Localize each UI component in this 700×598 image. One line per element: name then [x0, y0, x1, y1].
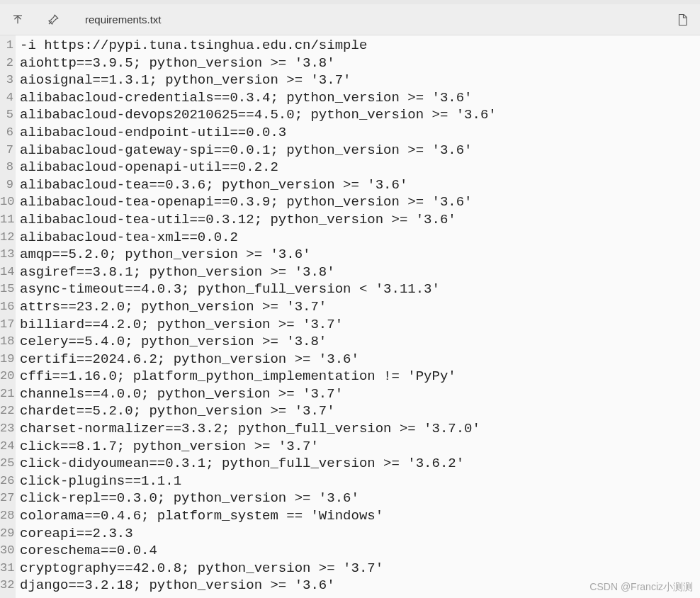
- line-number-gutter: 1234567891011121314151617181920212223242…: [0, 35, 16, 598]
- line-number: 10: [0, 193, 16, 211]
- line-number: 29: [0, 525, 16, 543]
- code-line: channels==4.0.0; python_version >= '3.7': [20, 385, 700, 403]
- line-number: 24: [0, 438, 16, 456]
- code-line: click==8.1.7; python_version >= '3.7': [20, 438, 700, 456]
- line-number: 31: [0, 560, 16, 577]
- line-number: 15: [0, 281, 16, 298]
- code-line: alibabacloud-endpoint-util==0.0.3: [20, 124, 700, 142]
- line-number: 12: [0, 229, 16, 247]
- code-line: click-repl==0.3.0; python_version >= '3.…: [20, 490, 700, 507]
- line-number: 11: [0, 211, 16, 229]
- code-line: alibabacloud-credentials==0.3.4; python_…: [20, 89, 700, 107]
- line-number: 23: [0, 420, 16, 438]
- editor: 1234567891011121314151617181920212223242…: [0, 35, 700, 598]
- code-line: coreapi==2.3.3: [20, 525, 700, 543]
- code-line: colorama==0.4.6; platform_system == 'Win…: [20, 507, 700, 525]
- code-line: click-plugins==1.1.1: [20, 473, 700, 490]
- line-number: 27: [0, 490, 16, 507]
- code-line: certifi==2024.6.2; python_version >= '3.…: [20, 351, 700, 368]
- code-line: celery==5.4.0; python_version >= '3.8': [20, 333, 700, 351]
- code-line: alibabacloud-devops20210625==4.5.0; pyth…: [20, 106, 700, 124]
- code-line: billiard==4.2.0; python_version >= '3.7': [20, 316, 700, 334]
- line-number: 28: [0, 507, 16, 525]
- line-number: 32: [0, 577, 16, 594]
- line-number: 16: [0, 298, 16, 316]
- code-line: alibabacloud-tea==0.3.6; python_version …: [20, 176, 700, 194]
- line-number: 17: [0, 316, 16, 334]
- document-icon[interactable]: [672, 9, 693, 30]
- line-number: 20: [0, 368, 16, 385]
- code-line: alibabacloud-tea-util==0.3.12; python_ve…: [20, 211, 700, 229]
- line-number: 19: [0, 351, 16, 368]
- code-line: aiosignal==1.3.1; python_version >= '3.7…: [20, 72, 700, 89]
- watermark: CSDN @Franciz小测测: [589, 581, 693, 594]
- line-number: 26: [0, 473, 16, 490]
- code-line: alibabacloud-openapi-util==0.2.2: [20, 159, 700, 176]
- filename-label: requirements.txt: [85, 13, 162, 26]
- line-number: 9: [0, 176, 16, 194]
- line-number: 30: [0, 542, 16, 560]
- code-line: alibabacloud-tea-openapi==0.3.9; python_…: [20, 193, 700, 211]
- line-number: 1: [0, 37, 16, 55]
- line-number: 6: [0, 124, 16, 142]
- line-number: 22: [0, 402, 16, 420]
- code-line: charset-normalizer==3.3.2; python_full_v…: [20, 420, 700, 438]
- line-number: 25: [0, 455, 16, 473]
- line-number: 8: [0, 159, 16, 176]
- code-line: click-didyoumean==0.3.1; python_full_ver…: [20, 455, 700, 473]
- code-line: asgiref==3.8.1; python_version >= '3.8': [20, 264, 700, 281]
- code-line: coreschema==0.0.4: [20, 542, 700, 560]
- pin-icon[interactable]: [43, 9, 64, 30]
- line-number: 5: [0, 106, 16, 124]
- code-line: chardet==5.2.0; python_version >= '3.7': [20, 402, 700, 420]
- line-number: 3: [0, 72, 16, 89]
- code-line: attrs==23.2.0; python_version >= '3.7': [20, 298, 700, 316]
- line-number: 14: [0, 264, 16, 281]
- line-number: 4: [0, 89, 16, 107]
- code-line: amqp==5.2.0; python_version >= '3.6': [20, 246, 700, 264]
- code-line: async-timeout==4.0.3; python_full_versio…: [20, 281, 700, 298]
- code-area[interactable]: -i https://pypi.tuna.tsinghua.edu.cn/sim…: [16, 35, 700, 598]
- code-line: cryptography==42.0.8; python_version >= …: [20, 560, 700, 577]
- line-number: 7: [0, 142, 16, 159]
- line-number: 21: [0, 385, 16, 403]
- toolbar: requirements.txt: [0, 4, 700, 35]
- code-line: alibabacloud-gateway-spi==0.0.1; python_…: [20, 142, 700, 159]
- line-number: 18: [0, 333, 16, 351]
- code-line: aiohttp==3.9.5; python_version >= '3.8': [20, 55, 700, 72]
- code-line: -i https://pypi.tuna.tsinghua.edu.cn/sim…: [20, 37, 700, 55]
- line-number: 13: [0, 246, 16, 264]
- line-number: 2: [0, 55, 16, 72]
- code-line: alibabacloud-tea-xml==0.0.2: [20, 229, 700, 247]
- code-line: cffi==1.16.0; platform_python_implementa…: [20, 368, 700, 385]
- upload-icon[interactable]: [7, 9, 28, 30]
